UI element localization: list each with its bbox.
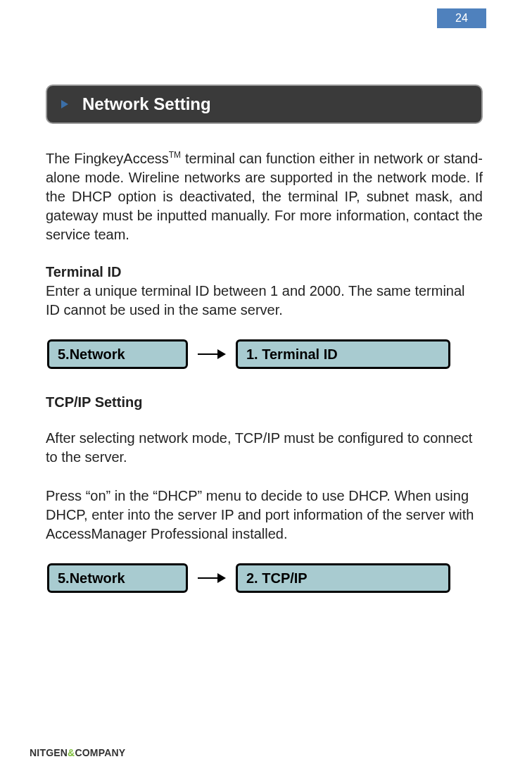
- intro-paragraph: The FingkeyAccessTM terminal can functio…: [46, 149, 483, 244]
- arrow-right-icon: [61, 100, 68, 108]
- tcpip-text-1: After selecting network mode, TCP/IP mus…: [46, 429, 483, 467]
- diagram-box-terminal-id: 1. Terminal ID: [236, 339, 450, 369]
- section-header-bar: Network Setting: [46, 84, 483, 124]
- diagram-box-tcpip: 2. TCP/IP: [236, 563, 450, 593]
- tcpip-heading: TCP/IP Setting: [46, 394, 483, 410]
- footer-brand-part-a: NITGEN: [30, 747, 68, 758]
- footer-brand: NITGEN&COMPANY: [30, 747, 125, 758]
- arrow-right-icon: [198, 349, 226, 359]
- terminal-id-heading: Terminal ID: [46, 264, 483, 280]
- section-title: Network Setting: [82, 94, 211, 114]
- tcpip-text-2: Press “on” in the “DHCP” menu to decide …: [46, 487, 483, 544]
- intro-text-before: The FingkeyAccess: [46, 151, 169, 166]
- page-number: 24: [437, 8, 486, 28]
- diagram-tcpip: 5.Network 2. TCP/IP: [47, 563, 483, 593]
- arrow-right-icon: [198, 573, 226, 583]
- tm-superscript: TM: [169, 150, 181, 160]
- diagram-terminal-id: 5.Network 1. Terminal ID: [47, 339, 483, 369]
- diagram-box-network: 5.Network: [47, 339, 188, 369]
- page-content: Network Setting The FingkeyAccessTM term…: [0, 0, 532, 593]
- footer-brand-ampersand: &: [68, 747, 75, 758]
- terminal-id-text: Enter a unique terminal ID between 1 and…: [46, 282, 483, 320]
- section-header: Network Setting: [46, 84, 483, 124]
- footer-brand-part-b: COMPANY: [75, 747, 125, 758]
- diagram-box-network: 5.Network: [47, 563, 188, 593]
